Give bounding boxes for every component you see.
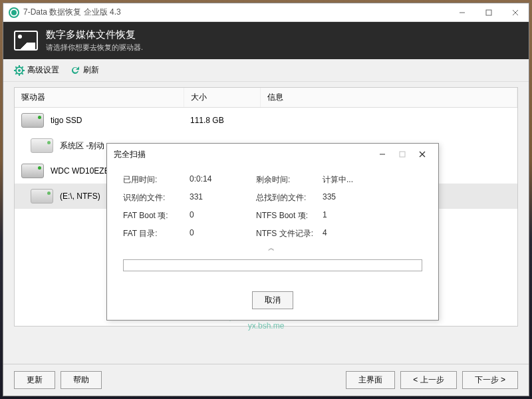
collapse-icon[interactable]: ︽ (123, 239, 422, 257)
footer: 更新 帮助 主界面 < 上一步 下一步 > (3, 364, 529, 396)
stat-col-right: 剩余时间: 计算中... 总找到的文件: 335 NTFS Boot 项: 1 … (256, 174, 369, 239)
col-info[interactable]: 信息 (261, 88, 517, 107)
drive-size: 111.8 GB (190, 116, 267, 125)
dialog-footer: 取消 (107, 291, 438, 320)
stat-col-left: 已用时间: 0:0:14 识别的文件: 331 FAT Boot 项: 0 FA… (123, 174, 236, 239)
app-icon (9, 7, 19, 18)
table-row[interactable]: tigo SSD 111.8 GB (15, 108, 517, 133)
maximize-icon (485, 9, 492, 16)
page-title: 数字多媒体文件恢复 (46, 29, 143, 41)
refresh-button[interactable]: 刷新 (70, 65, 99, 76)
scan-dialog: 完全扫描 已用时间: 0:0:14 识别的文件: 331 FAT Boot 项:… (106, 143, 439, 321)
dialog-minimize-button[interactable] (373, 148, 392, 161)
media-recovery-icon (14, 31, 38, 51)
dialog-titlebar: 完全扫描 (107, 144, 438, 165)
watermark-sub: yx.bsh.me (224, 321, 308, 331)
toolbar: 高级设置 刷新 (3, 59, 529, 82)
partition-icon (31, 138, 53, 153)
minimize-icon (459, 9, 466, 16)
identified-value: 331 (190, 192, 236, 203)
fat-dir-label: FAT 目录: (123, 228, 190, 239)
total-found-value: 335 (323, 192, 369, 203)
dialog-maximize-button[interactable] (393, 148, 412, 161)
page-subtitle: 请选择你想要去恢复的驱动器. (46, 43, 143, 53)
drive-name: tigo SSD (51, 116, 184, 125)
dialog-title: 完全扫描 (114, 149, 373, 160)
remaining-label: 剩余时间: (256, 174, 323, 186)
refresh-label: 刷新 (83, 65, 99, 76)
elapsed-label: 已用时间: (123, 174, 190, 186)
svg-rect-7 (400, 152, 405, 157)
maximize-icon (399, 151, 406, 158)
fat-boot-value: 0 (190, 210, 236, 221)
drive-icon (21, 164, 44, 178)
drive-icon (21, 113, 44, 128)
window-controls (449, 3, 529, 22)
elapsed-value: 0:0:14 (190, 174, 236, 186)
window-title: 7-Data 数据恢复 企业版 4.3 (23, 7, 449, 18)
fat-boot-label: FAT Boot 项: (123, 210, 190, 221)
total-found-label: 总找到的文件: (256, 192, 323, 203)
svg-rect-1 (486, 10, 491, 15)
dialog-body: 已用时间: 0:0:14 识别的文件: 331 FAT Boot 项: 0 FA… (107, 165, 438, 291)
help-button[interactable]: 帮助 (61, 371, 102, 389)
ntfs-boot-label: NTFS Boot 项: (256, 210, 323, 221)
advanced-label: 高级设置 (27, 65, 59, 76)
svg-point-5 (18, 69, 21, 72)
close-icon (419, 151, 426, 158)
update-button[interactable]: 更新 (14, 371, 55, 389)
maximize-button[interactable] (475, 3, 502, 22)
partition-icon (31, 189, 53, 203)
gear-icon (14, 65, 25, 76)
scan-stats: 已用时间: 0:0:14 识别的文件: 331 FAT Boot 项: 0 FA… (123, 174, 422, 239)
header-text: 数字多媒体文件恢复 请选择你想要去恢复的驱动器. (46, 29, 143, 53)
col-size[interactable]: 大小 (184, 88, 261, 107)
identified-label: 识别的文件: (123, 192, 190, 203)
main-screen-button[interactable]: 主界面 (346, 371, 395, 389)
minimize-icon (379, 151, 386, 158)
close-icon (512, 9, 519, 16)
close-button[interactable] (502, 3, 529, 22)
prev-button[interactable]: < 上一步 (400, 371, 456, 389)
table-header: 驱动器 大小 信息 (15, 88, 517, 108)
next-button[interactable]: 下一步 > (462, 371, 518, 389)
progress-bar (123, 259, 422, 271)
refresh-icon (70, 65, 80, 76)
ntfs-rec-value: 4 (323, 228, 369, 239)
fat-dir-value: 0 (190, 228, 236, 239)
cancel-button[interactable]: 取消 (252, 291, 293, 309)
ntfs-boot-value: 1 (323, 210, 369, 221)
dialog-close-button[interactable] (413, 148, 432, 161)
page-header: 数字多媒体文件恢复 请选择你想要去恢复的驱动器. (3, 22, 529, 59)
col-driver[interactable]: 驱动器 (15, 88, 184, 107)
dialog-controls (373, 148, 432, 161)
ntfs-rec-label: NTFS 文件记录: (256, 228, 323, 239)
remaining-value: 计算中... (323, 174, 369, 186)
minimize-button[interactable] (449, 3, 475, 22)
advanced-settings-button[interactable]: 高级设置 (14, 65, 59, 76)
titlebar: 7-Data 数据恢复 企业版 4.3 (3, 3, 529, 22)
